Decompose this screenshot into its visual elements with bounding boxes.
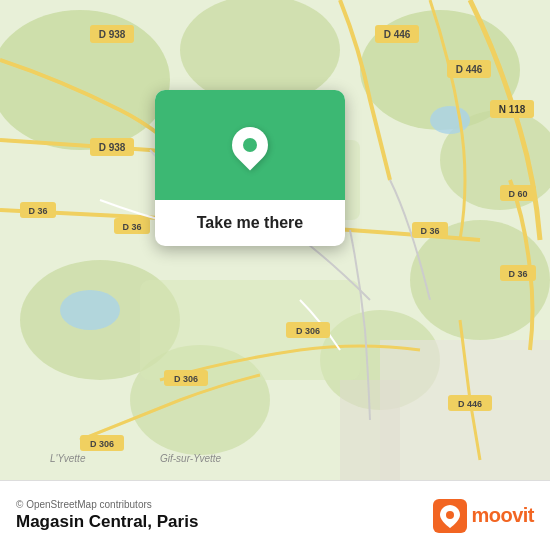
location-pin <box>232 127 268 163</box>
svg-text:D 60: D 60 <box>508 189 527 199</box>
moovit-icon <box>433 499 467 533</box>
attribution-text: © OpenStreetMap contributors <box>16 499 198 510</box>
svg-text:D 938: D 938 <box>99 142 126 153</box>
location-name: Magasin Central <box>16 512 147 531</box>
location-title: Magasin Central, Paris <box>16 512 198 532</box>
svg-text:D 36: D 36 <box>420 226 439 236</box>
pin-inner <box>243 138 257 152</box>
map-container: D 938 D 938 D 446 D 446 N 118 D 36 D 36 … <box>0 0 550 480</box>
moovit-logo[interactable]: moovit <box>433 499 534 533</box>
moovit-text: moovit <box>471 504 534 527</box>
popup-card: Take me there <box>155 90 345 246</box>
svg-text:D 306: D 306 <box>90 439 114 449</box>
svg-text:D 446: D 446 <box>458 399 482 409</box>
svg-text:D 36: D 36 <box>122 222 141 232</box>
svg-point-11 <box>60 290 120 330</box>
svg-text:D 306: D 306 <box>174 374 198 384</box>
svg-point-46 <box>446 511 454 519</box>
svg-rect-14 <box>340 380 400 480</box>
svg-text:N 118: N 118 <box>499 104 526 115</box>
location-subtitle: Paris <box>157 512 199 531</box>
bottom-bar: © OpenStreetMap contributors Magasin Cen… <box>0 480 550 550</box>
svg-text:D 446: D 446 <box>384 29 411 40</box>
svg-text:L'Yvette: L'Yvette <box>50 453 86 464</box>
svg-text:D 36: D 36 <box>508 269 527 279</box>
svg-text:D 446: D 446 <box>456 64 483 75</box>
popup-btn-section[interactable]: Take me there <box>155 200 345 246</box>
take-me-there-button[interactable]: Take me there <box>197 214 303 232</box>
svg-point-12 <box>430 106 470 134</box>
svg-text:D 938: D 938 <box>99 29 126 40</box>
svg-text:D 36: D 36 <box>28 206 47 216</box>
bottom-left: © OpenStreetMap contributors Magasin Cen… <box>16 499 198 532</box>
svg-text:D 306: D 306 <box>296 326 320 336</box>
svg-text:Gif-sur-Yvette: Gif-sur-Yvette <box>160 453 222 464</box>
popup-map-section <box>155 90 345 200</box>
pin-body <box>225 120 276 171</box>
